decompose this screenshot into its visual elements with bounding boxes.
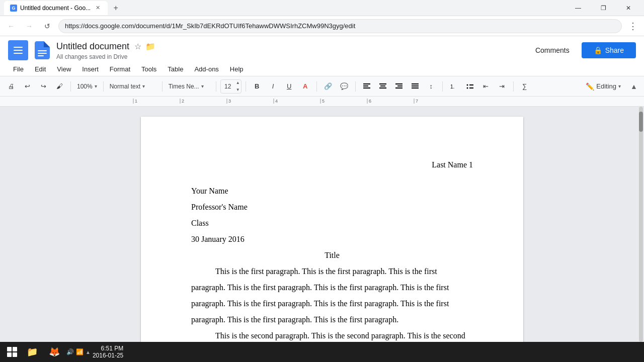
- editing-label: Editing: [596, 82, 616, 90]
- increase-indent-button[interactable]: ⇥: [495, 79, 509, 94]
- forward-button[interactable]: →: [22, 19, 36, 33]
- align-justify-button[interactable]: [408, 79, 422, 94]
- windows-icon: [7, 347, 17, 357]
- doc-title-line: Title: [191, 247, 473, 263]
- bullet-list-button[interactable]: [463, 79, 477, 94]
- paragraph-2[interactable]: This is the second paragraph. This is th…: [191, 328, 473, 342]
- formula-button[interactable]: ∑: [518, 79, 532, 94]
- system-tray: 🔊 📶 ▲ 6:51 PM 2016-01-25: [66, 345, 123, 359]
- link-button[interactable]: 🔗: [321, 79, 335, 94]
- svg-rect-11: [379, 87, 386, 88]
- docs-title-section: Untitled document ☆ 📁 All changes saved …: [56, 41, 523, 60]
- bullet-list-icon: [466, 83, 473, 89]
- align-right-button[interactable]: [392, 79, 406, 94]
- svg-rect-14: [395, 87, 403, 88]
- paint-format-button[interactable]: 🖌: [52, 79, 66, 94]
- svg-rect-16: [412, 85, 419, 86]
- editing-mode-selector[interactable]: ✏️ Editing ▾: [581, 80, 626, 93]
- minimize-button[interactable]: —: [567, 0, 590, 16]
- reload-button[interactable]: ↺: [40, 19, 54, 33]
- comments-button[interactable]: Comments: [527, 43, 578, 57]
- align-center-icon: [379, 83, 386, 89]
- svg-text:7: 7: [416, 99, 418, 104]
- decrease-indent-button[interactable]: ⇤: [479, 79, 493, 94]
- hamburger-icon: [14, 47, 23, 54]
- maximize-button[interactable]: ❐: [592, 0, 615, 16]
- comment-button[interactable]: 💬: [337, 79, 351, 94]
- save-status: All changes saved in Drive: [56, 53, 523, 60]
- browser-menu-button[interactable]: ⋮: [626, 19, 640, 33]
- docs-page[interactable]: Last Name 1 Your Name Professor's Name C…: [141, 117, 523, 342]
- menu-edit[interactable]: Edit: [30, 63, 51, 75]
- taskbar-clock[interactable]: 6:51 PM 2016-01-25: [93, 345, 123, 359]
- address-bar: ← → ↺ ⋮: [0, 16, 644, 36]
- docs-title-row: Untitled document ☆ 📁: [56, 41, 523, 52]
- menu-addons[interactable]: Add-ons: [189, 63, 223, 75]
- align-left-icon: [363, 83, 370, 89]
- numbered-list-button[interactable]: 1.: [447, 79, 461, 94]
- svg-rect-10: [380, 85, 385, 86]
- redo-button[interactable]: ↪: [36, 79, 50, 94]
- menu-view[interactable]: View: [52, 63, 76, 75]
- svg-text:3: 3: [228, 99, 231, 104]
- align-center-button[interactable]: [376, 79, 390, 94]
- close-button[interactable]: ✕: [617, 0, 640, 16]
- docs-app: Untitled document ☆ 📁 All changes saved …: [0, 36, 644, 342]
- docs-title-icons: ☆ 📁: [133, 41, 156, 52]
- star-icon[interactable]: ☆: [133, 41, 142, 52]
- folder-icon[interactable]: 📁: [144, 41, 156, 52]
- zoom-select[interactable]: 100% ▾: [75, 79, 99, 94]
- taskbar-firefox[interactable]: 🦊: [44, 344, 64, 360]
- bold-button[interactable]: B: [250, 79, 264, 94]
- date-line: 30 January 2016: [191, 231, 473, 247]
- underline-button[interactable]: U: [282, 79, 296, 94]
- text-color-button[interactable]: A: [298, 79, 312, 94]
- tray-speaker[interactable]: 🔊: [66, 348, 74, 355]
- print-button[interactable]: 🖨: [4, 79, 18, 94]
- menu-file[interactable]: File: [8, 63, 29, 75]
- font-select[interactable]: Times Ne... ▾: [167, 79, 212, 94]
- toolbar-sep-1: [70, 81, 71, 92]
- line-spacing-button[interactable]: ↕: [424, 79, 438, 94]
- new-tab-button[interactable]: +: [110, 2, 122, 14]
- address-input[interactable]: [58, 19, 622, 33]
- toolbar-expand-button[interactable]: ▲: [628, 80, 640, 93]
- menu-tools[interactable]: Tools: [136, 63, 162, 75]
- font-size-decrease[interactable]: ▼: [235, 86, 241, 94]
- back-button[interactable]: ←: [4, 19, 18, 33]
- numbered-list-icon: 1.: [450, 83, 457, 89]
- ruler-svg: 1 2 3 4 5 6 7: [8, 97, 636, 106]
- paragraph-1[interactable]: This is the first paragraph. This is the…: [191, 263, 473, 328]
- start-button[interactable]: [4, 344, 20, 360]
- svg-rect-15: [412, 83, 419, 84]
- undo-button[interactable]: ↩: [20, 79, 34, 94]
- docs-page-area[interactable]: Last Name 1 Your Name Professor's Name C…: [40, 107, 624, 342]
- menu-help[interactable]: Help: [225, 63, 249, 75]
- taskbar-explorer[interactable]: 📁: [22, 344, 42, 360]
- tray-arrow-up[interactable]: ▲: [86, 349, 91, 355]
- scrollbar-thumb[interactable]: [639, 112, 643, 132]
- active-tab[interactable]: G Untitled document - Goo... ✕: [4, 1, 108, 15]
- menu-table[interactable]: Table: [163, 63, 188, 75]
- font-size-control[interactable]: ▲ ▼: [220, 79, 242, 94]
- file-explorer-icon: 📁: [25, 345, 39, 359]
- tabs-container: G Untitled document - Goo... ✕ +: [4, 1, 122, 15]
- align-left-button[interactable]: [360, 79, 374, 94]
- style-select[interactable]: Normal text ▾: [108, 79, 158, 94]
- menu-format[interactable]: Format: [105, 63, 135, 75]
- docs-title[interactable]: Untitled document: [56, 41, 129, 52]
- italic-button[interactable]: I: [266, 79, 280, 94]
- tray-network[interactable]: 📶: [76, 348, 84, 355]
- svg-rect-1: [14, 50, 23, 51]
- font-size-input[interactable]: [221, 83, 235, 90]
- author-line: Your Name: [191, 183, 473, 199]
- font-size-increase[interactable]: ▲: [235, 79, 241, 86]
- svg-rect-9: [379, 83, 386, 84]
- docs-hamburger-menu[interactable]: [8, 40, 28, 60]
- docs-header-right: Comments 🔒 Share: [527, 42, 636, 58]
- style-value: Normal text: [110, 83, 140, 90]
- menu-insert[interactable]: Insert: [77, 63, 104, 75]
- tab-close-button[interactable]: ✕: [94, 4, 102, 12]
- share-button[interactable]: 🔒 Share: [582, 42, 636, 58]
- docs-body: Last Name 1 Your Name Professor's Name C…: [0, 107, 644, 342]
